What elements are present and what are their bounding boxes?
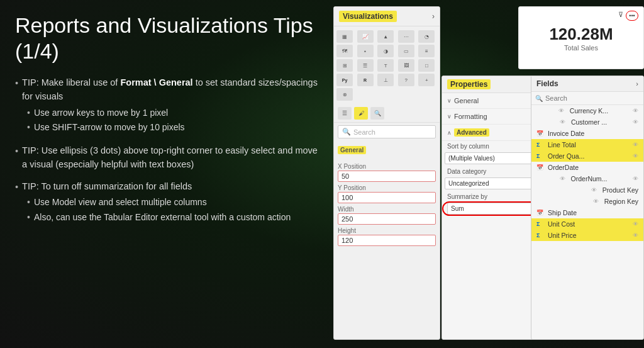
- tip-1-sublist: Use arrow keys to move by 1 pixel Use SH…: [27, 106, 318, 135]
- field-unit-cost[interactable]: Σ Unit Cost 👁: [531, 218, 643, 230]
- viz-icon-area[interactable]: ▲: [377, 30, 394, 43]
- sub-item-4: Also, can use the Tabular Editor externa…: [27, 211, 291, 225]
- sub-item-3: Use Model view and select multiple colum…: [27, 196, 291, 210]
- viz-expand-icon[interactable]: ›: [432, 12, 435, 21]
- viz-icon-table[interactable]: ≡: [418, 45, 435, 57]
- viz-analytics-icon[interactable]: 🔍: [370, 107, 384, 120]
- ellipsis-icon[interactable]: •••: [626, 11, 638, 21]
- viz-icon-line[interactable]: 📈: [357, 30, 374, 43]
- fields-title: Fields: [536, 79, 558, 88]
- viz-icon-decomp[interactable]: ⊥: [377, 74, 394, 86]
- metric-icons: ⊽ •••: [618, 11, 638, 21]
- viz-icon-text[interactable]: T: [377, 59, 394, 72]
- field-unit-price[interactable]: Σ Unit Price 👁: [531, 230, 643, 241]
- viz-icon-map[interactable]: 🗺: [336, 45, 353, 57]
- field-name-7: OrderNum...: [571, 175, 608, 182]
- field-eye-2: 👁: [633, 119, 638, 125]
- viz-icon-treemap[interactable]: ▪: [357, 45, 374, 57]
- field-eye-1: 👁: [633, 108, 638, 114]
- search-icon: 🔍: [342, 128, 351, 136]
- y-position-input[interactable]: 100: [338, 192, 436, 203]
- tip-2-text: TIP: Use ellipsis (3 dots) above top-rig…: [22, 143, 318, 172]
- y-position-label: Y Position: [334, 184, 440, 191]
- viz-search-area[interactable]: 🔍 Search: [334, 123, 440, 141]
- viz-format-icon[interactable]: 🖌: [354, 107, 368, 120]
- field-customer[interactable]: 👁 Customer ... 👁: [531, 116, 643, 128]
- fields-search-icon: 🔍: [535, 95, 543, 102]
- viz-build-icon[interactable]: ☰: [338, 107, 352, 120]
- viz-icon-pie[interactable]: ◔: [418, 30, 435, 43]
- height-label: Height: [334, 227, 440, 234]
- viz-icon-gauge[interactable]: ◑: [377, 45, 394, 57]
- field-eye-12: 👁: [633, 232, 638, 239]
- viz-icon-card[interactable]: ▭: [398, 45, 414, 57]
- viz-icon-slicer[interactable]: ☰: [357, 59, 374, 72]
- calendar-icon-2: 📅: [536, 164, 545, 171]
- sigma-icon-2: Σ: [536, 153, 545, 159]
- field-name-10: Ship Date: [548, 209, 577, 216]
- viz-icon-grid: ▦ 📈 ▲ ⋯ ◔ 🗺 ▪ ◑ ▭ ≡ ⊞ ☰ T 🖼 □ Py R ⊥ ? +…: [334, 26, 440, 104]
- tip-3: TIP: To turn off summarization for all f…: [15, 179, 318, 226]
- formatting-expand-icon: ∨: [447, 113, 452, 120]
- viz-icon-misc1[interactable]: ⊗: [336, 88, 353, 101]
- fields-expand-icon[interactable]: ›: [636, 80, 638, 87]
- field-region-key[interactable]: 👁 Region Key: [531, 196, 643, 207]
- eye-icon-1: 👁: [558, 108, 567, 114]
- field-name-1: Currency K...: [570, 107, 608, 115]
- viz-title: Visualizations: [339, 11, 397, 22]
- advanced-expand-icon: ∧: [447, 130, 452, 136]
- field-currency-key[interactable]: 👁 Currency K... 👁: [531, 105, 643, 116]
- viz-search-box[interactable]: 🔍 Search: [338, 125, 436, 138]
- height-input[interactable]: 120: [338, 235, 436, 246]
- filter-icon: ⊽: [618, 11, 623, 21]
- calendar-icon-1: 📅: [536, 130, 545, 137]
- viz-icon-image[interactable]: 🖼: [398, 59, 414, 72]
- sub-item-1: Use arrow keys to move by 1 pixel: [27, 106, 318, 120]
- tips-list: TIP: Make liberal use of Format \ Genera…: [15, 76, 318, 226]
- viz-icon-r[interactable]: R: [357, 74, 374, 86]
- visualizations-panel: Visualizations › ▦ 📈 ▲ ⋯ ◔ 🗺 ▪ ◑ ▭ ≡ ⊞ ☰…: [333, 6, 440, 340]
- viz-icon-scatter[interactable]: ⋯: [398, 30, 414, 43]
- sigma-icon-1: Σ: [536, 142, 545, 148]
- tip-1-text: TIP: Make liberal use of Format \ Genera…: [22, 77, 318, 101]
- field-invoice-date[interactable]: 📅 Invoice Date: [531, 128, 643, 139]
- viz-icon-bar[interactable]: ▦: [336, 30, 353, 43]
- viz-icon-py[interactable]: Py: [336, 74, 353, 86]
- x-position-label: X Position: [334, 163, 440, 170]
- eye-icon-2: 👁: [560, 119, 569, 125]
- general-expand-icon: ∨: [447, 98, 452, 104]
- field-order-date[interactable]: 📅 OrderDate: [531, 162, 643, 173]
- field-line-total[interactable]: Σ Line Total 👁: [531, 139, 643, 150]
- eye-icon-3: 👁: [560, 176, 569, 182]
- viz-icon-qa[interactable]: ?: [398, 74, 414, 86]
- viz-section-label: General: [338, 146, 366, 154]
- width-input[interactable]: 250: [338, 213, 436, 225]
- fields-panel: Fields › 🔍 👁 Currency K... 👁 👁 Customer …: [531, 76, 644, 340]
- field-order-quantity[interactable]: Σ Order Qua... 👁: [531, 150, 643, 162]
- field-eye-7: 👁: [633, 176, 638, 182]
- tip-3-sublist: Use Model view and select multiple colum…: [27, 196, 291, 224]
- props-title: Properties: [447, 79, 491, 89]
- viz-icon-shape[interactable]: □: [418, 59, 435, 72]
- field-product-key[interactable]: 👁 Product Key: [531, 184, 643, 196]
- left-panel: Reports and Visualizations Tips (1/4) TI…: [0, 0, 333, 348]
- page-title: Reports and Visualizations Tips (1/4): [15, 13, 318, 64]
- viz-toolbar: ☰ 🖌 🔍: [334, 104, 440, 123]
- x-position-input[interactable]: 50: [338, 171, 436, 182]
- field-eye-4: 👁: [633, 142, 638, 148]
- viz-general-section: General: [334, 141, 440, 160]
- field-name-4: Line Total: [548, 141, 576, 149]
- fields-header: Fields ›: [531, 76, 643, 92]
- fields-search-area[interactable]: 🔍: [531, 92, 643, 105]
- field-ship-date[interactable]: 📅 Ship Date: [531, 207, 643, 218]
- field-name-6: OrderDate: [548, 164, 579, 171]
- field-name-3: Invoice Date: [548, 130, 584, 137]
- viz-icon-matrix[interactable]: ⊞: [336, 59, 353, 72]
- sub-item-2: Use SHIFT-arrow to move by 10 pixels: [27, 121, 318, 135]
- field-name-11: Unit Cost: [548, 220, 575, 228]
- viz-icon-custom[interactable]: +: [418, 74, 435, 86]
- general-label: General: [454, 97, 479, 104]
- fields-search-input[interactable]: [545, 94, 640, 102]
- field-order-num[interactable]: 👁 OrderNum... 👁: [531, 173, 643, 184]
- tip-1: TIP: Make liberal use of Format \ Genera…: [15, 76, 318, 136]
